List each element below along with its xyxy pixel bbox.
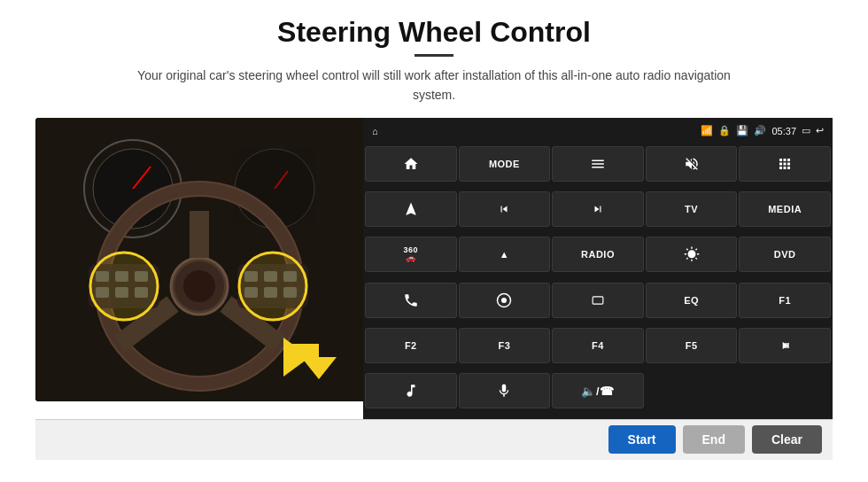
page-container: Steering Wheel Control Your original car… bbox=[0, 0, 868, 482]
clear-button[interactable]: Clear bbox=[752, 425, 822, 454]
btn-volphone[interactable]: 🔈/☎ bbox=[552, 373, 644, 408]
btn-music[interactable] bbox=[365, 373, 457, 408]
svg-point-13 bbox=[183, 270, 215, 302]
btn-360[interactable]: 360🚗 bbox=[365, 237, 457, 272]
end-button[interactable]: End bbox=[683, 425, 745, 454]
car-image-panel bbox=[35, 118, 363, 401]
btn-display[interactable] bbox=[552, 283, 644, 318]
btn-f5[interactable]: F5 bbox=[646, 328, 738, 363]
btn-eject[interactable]: ▲ bbox=[459, 237, 551, 272]
svg-point-34 bbox=[501, 298, 507, 303]
btn-eq[interactable]: EQ bbox=[646, 283, 738, 318]
btn-navi[interactable] bbox=[459, 283, 551, 318]
btn-playpause[interactable] bbox=[739, 328, 831, 363]
wifi-icon: 📶 bbox=[701, 125, 713, 136]
btn-bright[interactable] bbox=[646, 237, 738, 272]
screen-icon: ▭ bbox=[802, 125, 810, 136]
btn-phone[interactable] bbox=[365, 283, 457, 318]
status-left: ⌂ bbox=[372, 126, 378, 136]
home-status-icon: ⌂ bbox=[372, 126, 378, 136]
control-panel: ⌂ 📶 🔒 💾 🔊 05:37 ▭ ↩ MODE bbox=[363, 118, 833, 419]
btn-radio[interactable]: RADIO bbox=[552, 237, 644, 272]
page-title: Steering Wheel Control bbox=[277, 16, 591, 49]
btn-empty1 bbox=[646, 373, 738, 408]
bt-icon: 🔊 bbox=[754, 125, 766, 136]
svg-point-28 bbox=[90, 253, 158, 320]
btn-f3[interactable]: F3 bbox=[459, 328, 551, 363]
svg-point-29 bbox=[239, 253, 306, 320]
btn-dvd[interactable]: DVD bbox=[739, 237, 831, 272]
svg-rect-35 bbox=[593, 297, 603, 304]
car-background bbox=[35, 118, 363, 401]
btn-mute[interactable] bbox=[646, 146, 738, 182]
btn-prev[interactable] bbox=[459, 191, 551, 227]
btn-mic[interactable] bbox=[459, 373, 551, 408]
title-divider bbox=[415, 54, 453, 57]
btn-media[interactable]: MEDIA bbox=[739, 191, 831, 227]
btn-f1[interactable]: F1 bbox=[739, 283, 831, 318]
status-bar: ⌂ 📶 🔒 💾 🔊 05:37 ▭ ↩ bbox=[363, 118, 833, 144]
lock-icon: 🔒 bbox=[718, 125, 731, 136]
control-button-grid: MODE TV bbox=[363, 144, 833, 419]
status-right: 📶 🔒 💾 🔊 05:37 ▭ ↩ bbox=[701, 125, 824, 136]
btn-nav[interactable] bbox=[365, 191, 457, 227]
btn-f2[interactable]: F2 bbox=[365, 328, 457, 363]
content-area: ⌂ 📶 🔒 💾 🔊 05:37 ▭ ↩ MODE bbox=[35, 118, 833, 419]
page-subtitle: Your original car's steering wheel contr… bbox=[124, 66, 744, 105]
start-button[interactable]: Start bbox=[608, 425, 676, 454]
btn-next[interactable] bbox=[552, 191, 644, 227]
bottom-bar: Start End Clear bbox=[35, 419, 833, 460]
btn-apps[interactable] bbox=[739, 146, 831, 182]
btn-home[interactable] bbox=[365, 146, 457, 182]
btn-list[interactable] bbox=[552, 146, 644, 182]
btn-mode[interactable]: MODE bbox=[459, 146, 551, 182]
btn-f4[interactable]: F4 bbox=[552, 328, 644, 363]
time-display: 05:37 bbox=[771, 126, 796, 136]
steering-wheel-illustration bbox=[35, 118, 363, 401]
back-icon: ↩ bbox=[816, 125, 824, 136]
btn-tv[interactable]: TV bbox=[646, 191, 738, 227]
btn-empty2 bbox=[739, 373, 831, 408]
sd-icon: 💾 bbox=[736, 125, 748, 136]
